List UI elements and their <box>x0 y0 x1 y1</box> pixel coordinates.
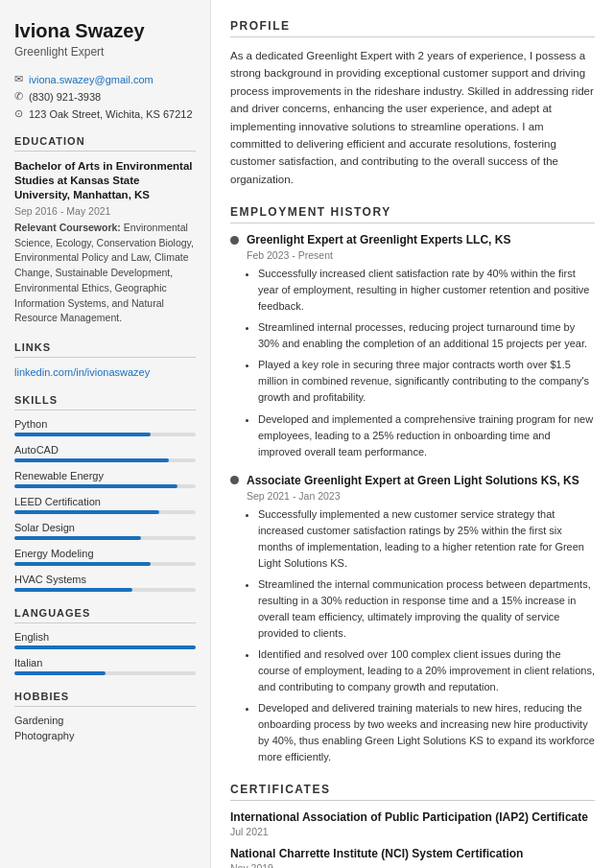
language-bar-bg <box>14 645 196 649</box>
job-block: Greenlight Expert at Greenlight Experts … <box>230 233 595 460</box>
skill-name: Energy Modeling <box>14 548 196 559</box>
skill-bar-bg <box>14 458 196 462</box>
skills-list: Python AutoCAD Renewable Energy LEED Cer… <box>14 418 196 592</box>
linkedin-link[interactable]: linkedin.com/in/ivionaswazey <box>14 366 150 378</box>
skills-section-title: SKILLS <box>14 394 196 411</box>
coursework-text: Environmental Science, Ecology, Conserva… <box>14 222 194 324</box>
bullet-item: Developed and delivered training materia… <box>258 700 595 765</box>
bullet-item: Identified and resolved over 100 complex… <box>258 646 595 695</box>
language-name: English <box>14 631 196 643</box>
skill-bar-fill <box>14 588 132 592</box>
skill-bar-fill <box>14 510 159 514</box>
job-block: Associate Greenlight Expert at Green Lig… <box>230 474 595 766</box>
skill-bar-fill <box>14 433 151 436</box>
hobby-item: Gardening <box>14 715 196 726</box>
skill-bar-bg <box>14 588 196 592</box>
certificates-section-title: CERTIFICATES <box>230 783 595 801</box>
skill-name: AutoCAD <box>14 444 196 456</box>
candidate-name: Iviona Swazey <box>14 19 196 42</box>
hobbies-list: GardeningPhotography <box>14 715 196 741</box>
certificates-list: International Association of Public Part… <box>230 810 595 868</box>
bullet-item: Developed and implemented a comprehensiv… <box>258 411 595 460</box>
contact-address: ⊙ 123 Oak Street, Wichita, KS 67212 <box>14 107 196 120</box>
candidate-title: Greenlight Expert <box>14 45 196 59</box>
cert-date: Nov 2019 <box>230 862 595 868</box>
employment-section-title: EMPLOYMENT HISTORY <box>230 205 595 223</box>
skill-bar-bg <box>14 433 196 436</box>
language-bar-fill <box>14 671 106 675</box>
email-link[interactable]: iviona.swazey@gmail.com <box>29 74 154 85</box>
links-section-title: LINKS <box>14 341 196 358</box>
skill-bar-fill <box>14 484 177 488</box>
skill-item: Energy Modeling <box>14 548 196 566</box>
education-coursework: Relevant Coursework: Environmental Scien… <box>14 221 196 326</box>
skill-item: Renewable Energy <box>14 470 196 488</box>
profile-text: As a dedicated Greenlight Expert with 2 … <box>230 47 595 188</box>
skill-bar-fill <box>14 536 141 540</box>
bullet-item: Streamlined the internal communication p… <box>258 576 595 642</box>
job-title: Associate Greenlight Expert at Green Lig… <box>230 474 595 487</box>
job-date: Feb 2023 - Present <box>247 249 595 261</box>
language-item: English <box>14 631 196 649</box>
skill-item: HVAC Systems <box>14 574 196 592</box>
education-degree: Bachelor of Arts in Environmental Studie… <box>14 159 196 202</box>
skill-item: Solar Design <box>14 522 196 540</box>
bullet-item: Successfully increased client satisfacti… <box>258 266 595 315</box>
certificate-item: International Association of Public Part… <box>230 810 595 837</box>
job-bullets: Successfully increased client satisfacti… <box>247 266 595 460</box>
job-date: Sep 2021 - Jan 2023 <box>247 490 595 502</box>
contact-email: ✉ iviona.swazey@gmail.com <box>14 73 196 85</box>
skill-name: Solar Design <box>14 522 196 533</box>
languages-section-title: LANGUAGES <box>14 607 196 623</box>
job-bullets: Successfully implemented a new customer … <box>247 506 595 766</box>
skill-item: Python <box>14 418 196 436</box>
contact-phone: ✆ (830) 921-3938 <box>14 90 196 103</box>
education-date: Sep 2016 - May 2021 <box>14 205 196 217</box>
bullet-item: Successfully implemented a new customer … <box>258 506 595 572</box>
language-bar-bg <box>14 671 196 675</box>
certificate-item: National Charrette Institute (NCI) Syste… <box>230 847 595 868</box>
skill-name: Python <box>14 418 196 430</box>
employment-list: Greenlight Expert at Greenlight Experts … <box>230 233 595 765</box>
language-item: Italian <box>14 657 196 675</box>
skill-bar-bg <box>14 536 196 540</box>
hobby-item: Photography <box>14 730 196 741</box>
bullet-item: Streamlined internal processes, reducing… <box>258 319 595 352</box>
linkedin-link-item: linkedin.com/in/ivionaswazey <box>14 365 196 379</box>
skill-bar-bg <box>14 510 196 514</box>
skill-name: Renewable Energy <box>14 470 196 481</box>
cert-name: International Association of Public Part… <box>230 810 595 824</box>
language-name: Italian <box>14 657 196 669</box>
location-icon: ⊙ <box>14 107 23 120</box>
job-title: Greenlight Expert at Greenlight Experts … <box>230 233 595 246</box>
skill-item: LEED Certification <box>14 496 196 514</box>
skill-bar-bg <box>14 562 196 566</box>
bullet-item: Played a key role in securing three majo… <box>258 357 595 406</box>
phone-icon: ✆ <box>14 90 23 103</box>
skill-bar-fill <box>14 458 169 462</box>
hobbies-section-title: HOBBIES <box>14 691 196 707</box>
coursework-label: Relevant Coursework: <box>14 222 121 233</box>
cert-name: National Charrette Institute (NCI) Syste… <box>230 847 595 860</box>
languages-list: English Italian <box>14 631 196 675</box>
skill-name: LEED Certification <box>14 496 196 507</box>
email-icon: ✉ <box>14 73 23 85</box>
education-section-title: EDUCATION <box>14 135 196 152</box>
skill-bar-bg <box>14 484 196 488</box>
cert-date: Jul 2021 <box>230 826 595 837</box>
skill-item: AutoCAD <box>14 444 196 462</box>
language-bar-fill <box>14 645 196 649</box>
skill-bar-fill <box>14 562 151 566</box>
profile-section-title: PROFILE <box>230 19 595 37</box>
job-dot <box>230 476 239 484</box>
skill-name: HVAC Systems <box>14 574 196 585</box>
job-dot <box>230 236 239 245</box>
